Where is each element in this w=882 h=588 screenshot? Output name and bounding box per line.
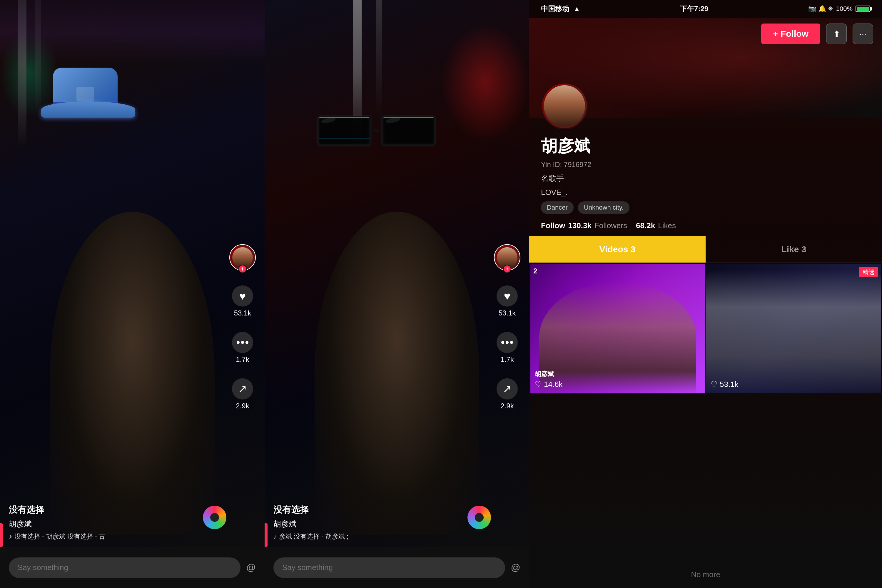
pillar-2 [376,0,382,118]
likes-label: Likes [658,221,676,230]
comment-count: 1.7k [236,356,249,364]
more-options-btn[interactable]: ··· [853,24,873,44]
song-text: 没有选择 - 胡彦斌 没有选择 - 古 [14,532,105,541]
status-icons: 📷 🔔 ✳ [808,5,833,13]
battery-icon [855,6,870,12]
video-username-mid: 胡彦斌 [273,519,494,529]
video-thumb-1[interactable]: 2 胡彦斌 ♡ 14.6k [530,264,705,393]
hat-logo [76,87,94,101]
glasses-ar-overlay [318,112,435,150]
profile-avatar-inner [544,85,585,126]
accent-light-red [441,24,529,141]
selected-badge: 精选 [859,267,878,277]
glasses-bridge [374,129,379,132]
video-title-mid: 没有选择 [273,504,494,516]
share-count: 2.9k [236,402,249,410]
profile-tags: Dancer Unknown city. [541,201,870,214]
tab-videos[interactable]: Videos 3 [529,236,706,262]
thumb-person-1 [539,282,696,393]
like-btn-mid[interactable]: ♥ 53.1k [496,285,518,317]
battery-tip [870,7,872,10]
wifi-icon: ▲ [574,5,580,13]
likes-num: 68.2k [636,221,655,230]
follow-plus-btn[interactable]: + [238,265,247,273]
comment-btn[interactable]: 1.7k [232,332,253,364]
comment-btn-mid[interactable]: 1.7k [496,332,518,364]
dot2 [241,341,244,344]
video-song: ♪ 没有选择 - 胡彦斌 没有选择 - 古 [9,532,230,541]
like-count-mid: 53.1k [499,309,516,317]
profile-avatar[interactable] [541,82,588,129]
like-btn[interactable]: ♥ 53.1k [232,285,253,317]
comment-count-mid: 1.7k [500,356,514,364]
comment-icon-circle-mid [496,332,518,353]
share-btn-mid[interactable]: ↗ 2.9k [496,378,518,410]
tab-likes-label: Like 3 [781,244,806,254]
share-arrow-icon: ⬆ [833,29,840,39]
video-avatar-middle[interactable]: + [494,244,520,271]
status-bar: 中国移动 ▲ 下午7:29 📷 🔔 ✳ 100% [529,0,882,18]
glitch-3 [383,117,434,118]
comment-input-mid[interactable] [273,557,505,578]
dot2m [506,341,508,344]
share-icon-mid: ↗ [503,383,512,395]
share-profile-btn[interactable]: ⬆ [826,24,847,44]
thumb-overlay-2: ♡ 53.1k [711,380,738,389]
thumb-overlay-1: ♡ 14.6k [535,380,563,389]
at-icon-left[interactable]: @ [246,562,256,573]
comment-dots-mid [501,341,513,344]
red-accent-bar [0,524,3,547]
profile-name: 胡彦斌 [541,135,870,158]
no-more-text: No more [529,561,882,588]
video-thumb-2[interactable]: 精选 ♡ 53.1k [706,264,881,393]
comment-bar-mid: @ [265,547,529,588]
video-num-1: 2 [533,267,537,275]
heart-icon-circle-mid: ♥ [496,285,518,307]
share-icon-circle: ↗ [232,378,253,399]
thumb-heart-2: ♡ [711,380,717,389]
video-username: 胡彦斌 [9,519,230,529]
thumb-likes-2: 53.1k [720,380,738,389]
carrier-text: 中国移动 [541,4,569,14]
dot1m [501,341,504,344]
video-panel-middle: + ♥ 53.1k 1.7k ↗ 2.9k [265,0,529,588]
at-icon-mid[interactable]: @ [511,562,520,573]
heart-icon: ♥ [239,290,246,302]
dot3m [510,341,513,344]
profile-bio-2: LOVE_. [541,188,870,197]
thumb-name-1: 胡彦斌 [535,370,554,379]
dot3 [246,341,248,344]
music-note-icon: ♪ [9,533,12,540]
glasses-frame [318,112,435,150]
person-silhouette [50,212,214,535]
hat-ar-overlay [38,59,138,118]
tag-dancer: Dancer [541,201,574,214]
thumb-person-2 [706,270,881,393]
profile-tabs: Videos 3 Like 3 [529,236,882,263]
side-icons-middle: + ♥ 53.1k 1.7k ↗ 2.9k [494,244,520,410]
videos-grid: 2 胡彦斌 ♡ 14.6k 精选 ♡ 53.1k [529,263,882,561]
follow-plus-btn-mid[interactable]: + [503,265,511,273]
profile-yin-id: Yin ID: 7916972 [541,160,870,169]
comment-input-left[interactable] [9,557,240,578]
video-title: 没有选择 [9,504,230,516]
follow-button[interactable]: + Follow [761,24,820,44]
hat-bg [0,0,265,64]
status-right: 📷 🔔 ✳ 100% [808,5,870,13]
glasses-lens-left [318,116,371,146]
dot1 [237,341,240,344]
comment-dots-icon [237,341,248,344]
music-note-mid: ♪ [273,533,277,540]
video-avatar[interactable]: + [230,244,256,271]
video-song-mid: ♪ 彦斌 没有选择 - 胡彦斌 ; [273,532,494,541]
tab-likes[interactable]: Like 3 [706,236,882,262]
glitch-1 [319,117,369,118]
share-count-mid: 2.9k [500,402,514,410]
song-text-mid: 彦斌 没有选择 - 胡彦斌 ; [279,532,348,541]
status-time: 下午7:29 [680,4,708,14]
video-panel-left: + ♥ 53.1k 1.7k ↗ 2.9k [0,0,265,588]
share-btn[interactable]: ↗ 2.9k [232,378,253,410]
comment-icon-circle [232,332,253,353]
profile-bio-1: 名歌手 [541,173,870,183]
comment-bar-left: @ [0,547,265,588]
